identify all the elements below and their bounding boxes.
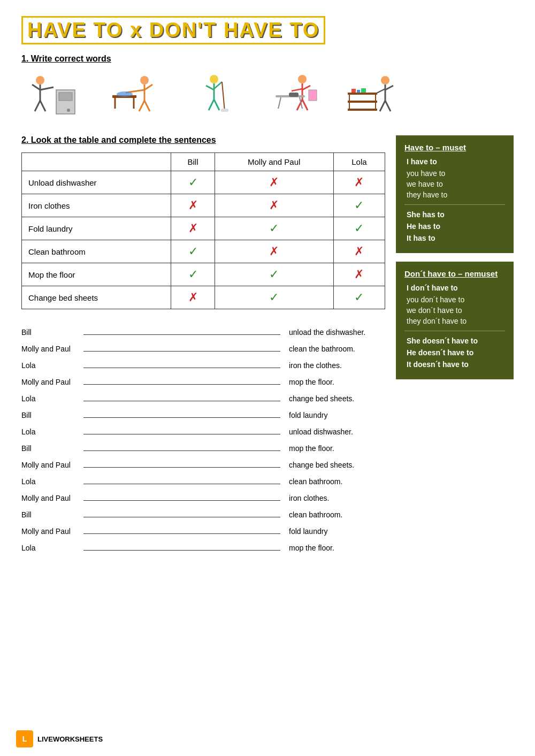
svg-point-8 [67,109,70,112]
sentence-row: Billfold laundry [21,408,385,419]
sentence-blank[interactable] [83,541,280,551]
svg-line-11 [144,85,152,90]
task-label: Unload dishwasher [22,171,171,194]
cell-lola-5: ✓ [333,286,385,309]
cell-bill-5: ✗ [171,286,215,309]
table-row: Mop the floor✓✓✗ [22,263,385,286]
task-label: Change bed sheets [22,286,171,309]
svg-line-23 [209,100,214,110]
checkmark: ✓ [269,268,279,281]
svg-rect-44 [348,93,377,95]
table-row: Unload dishwasher✓✗✗ [22,171,385,194]
cell-molly-5: ✓ [215,286,333,309]
sentences-area: Billunload the dishwasher.Molly and Paul… [21,325,385,552]
cell-lola-1: ✓ [333,194,385,217]
sentence-blank[interactable] [83,491,280,501]
sentence-end: iron clothes. [289,494,385,502]
svg-line-24 [214,100,219,110]
image-shelf [342,71,407,119]
cell-lola-3: ✗ [333,240,385,263]
sentence-row: Billmop the floor. [21,441,385,453]
crossmark: ✗ [188,291,198,304]
checkmark: ✓ [354,222,364,235]
right-sidebar: Have to – muset I have to you have to we… [396,135,514,388]
sentence-subject: Molly and Paul [21,345,80,353]
checkmark: ✓ [188,268,198,281]
sentence-row: Molly and Paulfold laundry [21,524,385,536]
cell-lola-2: ✓ [333,217,385,240]
task-label: Clean bathroom [22,240,171,263]
checkmark: ✓ [269,291,279,304]
sentence-blank[interactable] [83,458,280,468]
sentence-blank[interactable] [83,524,280,534]
sentence-row: Molly and Pauliron clothes. [21,491,385,502]
svg-line-2 [32,85,40,90]
sentence-blank[interactable] [83,358,280,368]
svg-line-40 [385,86,393,90]
left-side: 2. Look at the table and complete the se… [21,135,385,558]
cell-bill-0: ✓ [171,171,215,194]
sentence-blank[interactable] [83,408,280,418]
footer-text: LIVEWORKSHEETS [37,735,103,743]
sentence-blank[interactable] [83,475,280,484]
sentence-subject: Lola [21,544,80,552]
sentence-end: mop the floor. [289,378,385,386]
crossmark: ✗ [354,175,364,189]
sentence-end: clean bathroom. [289,510,385,519]
sentence-blank[interactable] [83,342,280,352]
grammar-i-have: I have to [404,157,505,166]
sentence-blank[interactable] [83,508,280,517]
table-row: Clean bathroom✓✗✗ [22,240,385,263]
grammar-she-has: She has to [404,210,505,219]
grammar-it-has: It has to [404,234,505,242]
svg-rect-26 [221,109,228,112]
page-title: HAVE TO x DON'T HAVE TO [21,16,325,44]
sentence-blank[interactable] [83,375,280,385]
svg-point-19 [210,75,218,83]
svg-line-14 [144,101,150,111]
col-header-bill: Bill [171,153,215,171]
section1-label: 1. Write correct words [21,54,514,64]
sentence-subject: Lola [21,394,80,403]
grammar-you-have: you have to [404,169,505,178]
image-cleaning-table [102,71,166,119]
sentence-subject: Molly and Paul [21,461,80,469]
sentence-subject: Bill [21,328,80,337]
sentence-subject: Lola [21,477,80,486]
grammar-box2-title: Don´t have to – nemuset [404,269,505,278]
task-label: Fold laundry [22,217,171,240]
cell-bill-3: ✓ [171,240,215,263]
svg-rect-36 [289,93,299,97]
cell-bill-1: ✗ [171,194,215,217]
sentence-row: Billunload the dishwasher. [21,325,385,337]
grammar-he-has: He has to [404,222,505,231]
grammar-he-doesnt: He doesn´t have to [404,348,505,357]
svg-line-4 [35,101,40,111]
checkmark: ✓ [354,198,364,212]
checkmark: ✓ [354,291,364,304]
svg-rect-49 [351,89,356,93]
svg-line-34 [278,97,281,109]
svg-line-43 [385,101,391,111]
footer-logo: L [16,730,33,747]
grammar-i-dont: I don´t have to [404,284,505,292]
sentence-blank[interactable] [83,425,280,434]
sentence-blank[interactable] [83,325,280,335]
cell-lola-0: ✗ [333,171,385,194]
sentence-blank[interactable] [83,441,280,451]
svg-point-0 [36,76,44,85]
sentence-blank[interactable] [83,392,280,401]
task-table: Bill Molly and Paul Lola Unload dishwash… [21,152,385,309]
crossmark: ✗ [269,198,279,212]
sentence-row: Lolairon the clothes. [21,358,385,370]
task-label: Iron clothes [22,194,171,217]
checkmark: ✓ [188,245,198,258]
cell-molly-0: ✗ [215,171,333,194]
col-header-molly: Molly and Paul [215,153,333,171]
svg-point-9 [140,76,149,85]
crossmark: ✗ [354,245,364,258]
svg-point-38 [381,76,389,85]
svg-line-30 [292,89,302,91]
crossmark: ✗ [269,245,279,258]
svg-point-18 [117,91,133,97]
